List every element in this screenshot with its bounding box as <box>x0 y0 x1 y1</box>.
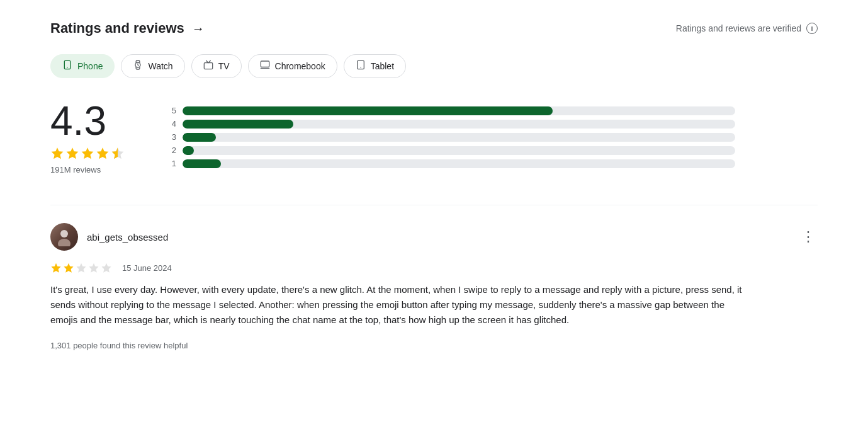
rating-stars <box>50 146 125 160</box>
header-right: Ratings and reviews are verified i <box>676 23 818 34</box>
bar-label-4: 4 <box>169 119 176 129</box>
tablet-icon <box>356 60 366 72</box>
watch-icon <box>133 60 143 72</box>
bar-fill-3 <box>183 133 216 142</box>
bar-row-5: 5 <box>169 106 735 115</box>
svg-rect-3 <box>204 63 212 69</box>
svg-marker-21 <box>101 263 111 273</box>
rating-score: 4.3 <box>50 101 106 141</box>
tab-tablet-label: Tablet <box>371 61 394 71</box>
info-icon[interactable]: i <box>806 23 818 34</box>
verified-text: Ratings and reviews are verified <box>676 23 801 33</box>
review-star-3 <box>76 262 87 273</box>
bar-bg-4 <box>183 120 735 129</box>
tab-tablet[interactable]: Tablet <box>344 54 406 78</box>
star-2 <box>65 146 79 160</box>
svg-marker-17 <box>51 263 60 273</box>
svg-marker-10 <box>82 147 94 159</box>
bar-fill-1 <box>183 159 221 168</box>
review-meta: 15 June 2024 <box>50 262 818 273</box>
tab-watch[interactable]: Watch <box>121 54 184 78</box>
review-star-2 <box>63 262 74 273</box>
bar-bg-2 <box>183 146 735 155</box>
star-3 <box>81 146 94 160</box>
review-star-5 <box>101 262 112 273</box>
reviewer-header: abi_gets_obsessed ⋮ <box>50 223 818 251</box>
review-text: It's great, I use every day. However, wi… <box>50 282 743 328</box>
tab-watch-label: Watch <box>148 61 172 71</box>
svg-marker-18 <box>64 263 73 273</box>
svg-marker-9 <box>67 147 79 159</box>
avatar <box>50 223 78 251</box>
svg-marker-19 <box>76 263 86 273</box>
review-card: abi_gets_obsessed ⋮ 15 June 2024 It's gr… <box>50 205 818 350</box>
phone-icon <box>62 60 72 72</box>
helpful-text: 1,301 people found this review helpful <box>50 341 188 350</box>
bar-label-1: 1 <box>169 159 176 168</box>
bar-label-5: 5 <box>169 106 176 115</box>
more-options-icon[interactable]: ⋮ <box>799 226 818 248</box>
rating-bars: 5 4 3 2 1 <box>169 101 735 168</box>
tab-chromebook-label: Chromebook <box>275 61 325 71</box>
review-date: 15 June 2024 <box>122 263 172 273</box>
tab-chromebook[interactable]: Chromebook <box>248 54 337 78</box>
tab-tv[interactable]: TV <box>191 54 242 78</box>
bar-fill-5 <box>183 106 553 115</box>
star-1 <box>50 146 64 160</box>
review-star-4 <box>88 262 99 273</box>
tv-icon <box>203 60 213 72</box>
svg-marker-8 <box>52 147 64 159</box>
rating-section: 4.3 191M reviews 5 <box>50 101 818 174</box>
header-left: Ratings and reviews → <box>50 20 205 37</box>
bar-row-3: 3 <box>169 132 735 142</box>
tab-tv-label: TV <box>218 61 230 71</box>
bar-bg-1 <box>183 159 735 168</box>
review-count: 191M reviews <box>50 165 101 174</box>
bar-bg-3 <box>183 133 735 142</box>
bar-fill-2 <box>183 146 194 155</box>
tab-phone[interactable]: Phone <box>50 54 115 78</box>
reviewer-info: abi_gets_obsessed <box>50 223 168 251</box>
reviewer-name: abi_gets_obsessed <box>87 232 168 243</box>
page-title: Ratings and reviews <box>50 20 184 37</box>
star-4 <box>96 146 110 160</box>
arrow-icon[interactable]: → <box>192 21 205 36</box>
svg-marker-20 <box>89 263 98 273</box>
bar-bg-5 <box>183 106 735 115</box>
star-5-half <box>111 146 125 160</box>
review-stars <box>50 262 112 273</box>
review-star-1 <box>50 262 62 273</box>
svg-point-15 <box>60 230 68 237</box>
device-tabs: Phone Watch TV Chromebook Tablet <box>50 54 818 78</box>
bar-row-4: 4 <box>169 119 735 129</box>
bar-row-2: 2 <box>169 146 735 155</box>
bar-label-2: 2 <box>169 146 176 155</box>
svg-rect-4 <box>261 61 269 67</box>
chromebook-icon <box>260 60 270 72</box>
tab-phone-label: Phone <box>77 61 103 71</box>
bar-row-1: 1 <box>169 159 735 168</box>
ratings-header: Ratings and reviews → Ratings and review… <box>50 20 818 37</box>
bar-fill-4 <box>183 120 293 129</box>
svg-marker-11 <box>97 147 109 159</box>
svg-point-16 <box>58 239 70 246</box>
bar-label-3: 3 <box>169 132 176 142</box>
rating-summary: 4.3 191M reviews <box>50 101 138 174</box>
avatar-image <box>50 223 78 251</box>
